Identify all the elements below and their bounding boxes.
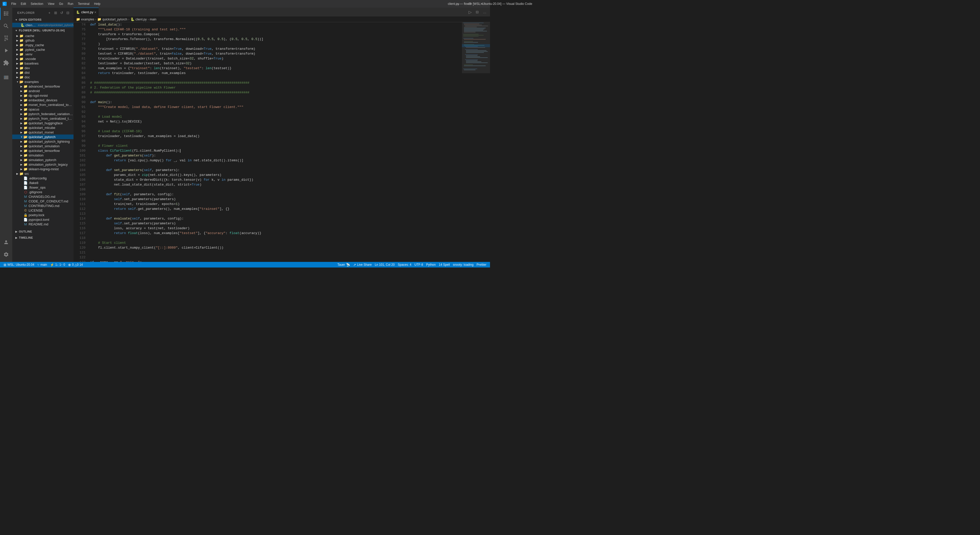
accounts-activity-icon[interactable] bbox=[0, 236, 12, 248]
folder-quickstart-mlcube[interactable]: ▶ 📁 quickstart_mlcube bbox=[12, 125, 73, 130]
status-tauer[interactable]: Tauer 📡 bbox=[336, 262, 352, 268]
file-license-icon: © bbox=[24, 208, 27, 212]
status-branch[interactable]: ⑂ main bbox=[36, 262, 48, 268]
open-editor-client-py[interactable]: 🐍 client.py examples/quickstart_pytorch bbox=[12, 23, 73, 27]
folder-src[interactable]: ▶ 📁 src bbox=[12, 171, 73, 176]
folder-simulation-pytorch-legacy[interactable]: ▶ 📁 simulation_pytorch_legacy bbox=[12, 162, 73, 167]
refresh-button[interactable]: ↺ bbox=[59, 10, 64, 15]
folder-examples[interactable]: ▾ 📂 examples bbox=[12, 80, 73, 84]
new-folder-button[interactable]: ⊞ bbox=[53, 10, 58, 15]
folder-dp-sgd[interactable]: ▶ 📁 dp-sgd-mnist bbox=[12, 93, 73, 98]
run-file-button[interactable]: ▷ bbox=[467, 9, 473, 16]
open-editors-header[interactable]: ▾ OPEN EDITORS bbox=[12, 17, 73, 23]
status-errors[interactable]: ⊕ 0 △0 14 bbox=[67, 262, 84, 268]
status-position[interactable]: Ln 101, Col 20 bbox=[373, 262, 396, 268]
open-editor-label: client.py bbox=[25, 23, 37, 27]
status-remote[interactable]: ⊞ WSL: Ubuntu-20.04 bbox=[2, 262, 36, 268]
folder-quickstart-tf[interactable]: ▶ 📁 quickstart_tensorflow bbox=[12, 148, 73, 153]
extensions-activity-icon[interactable] bbox=[0, 57, 12, 69]
folder-baselines[interactable]: ▶ 📁 baselines bbox=[12, 61, 73, 65]
status-liveshare[interactable]: ↗ Live Share bbox=[352, 262, 373, 268]
folder-sklearn[interactable]: ▶ 📁 sklearn-logreg-mnist bbox=[12, 167, 73, 171]
folder-quickstart-pytorch-lightning[interactable]: ▶ 📁 quickstart_pytorch_lightning bbox=[12, 139, 73, 144]
folder-quickstart-pytorch[interactable]: ▾ 📂 quickstart_pytorch bbox=[12, 135, 73, 139]
run-activity-icon[interactable] bbox=[0, 45, 12, 57]
collapse-all-button[interactable]: ⊟ bbox=[65, 10, 70, 15]
folder-quickstart-simulation[interactable]: ▶ 📁 quickstart_simulation bbox=[12, 144, 73, 148]
folder-simulation-pytorch[interactable]: ▶ 📁 simulation_pytorch bbox=[12, 158, 73, 162]
file-readme[interactable]: ▶ M README.md bbox=[12, 222, 73, 226]
file-code-of-conduct[interactable]: ▶ M CODE_OF_CONDUCT.md bbox=[12, 199, 73, 204]
file-contributing[interactable]: ▶ M CONTRIBUTING.md bbox=[12, 204, 73, 208]
folder-venv[interactable]: ▶ 📁 .venv bbox=[12, 52, 73, 56]
status-prettier[interactable]: Prettier bbox=[475, 262, 488, 268]
status-snooty[interactable]: snooty: loading bbox=[452, 262, 475, 268]
folder-vscode[interactable]: ▶ 📁 .vscode bbox=[12, 56, 73, 61]
folder-examples-label: examples bbox=[24, 80, 39, 84]
breadcrumb-quickstart-pytorch[interactable]: 📁 quickstart_pytorch bbox=[97, 18, 127, 21]
folder-quickstart-hf[interactable]: ▶ 📁 quickstart_huggingface bbox=[12, 121, 73, 125]
folder-quickstart-mxnet[interactable]: ▶ 📁 quickstart_mxnet bbox=[12, 130, 73, 135]
folder-dev[interactable]: ▶ 📁 dev bbox=[12, 65, 73, 70]
menu-file[interactable]: File bbox=[9, 2, 18, 6]
code-content[interactable]: def load_data(): """Load CIFAR-10 (train… bbox=[88, 22, 462, 262]
new-file-button[interactable]: + bbox=[47, 10, 52, 15]
breadcrumb-main[interactable]: main bbox=[150, 18, 156, 21]
status-sync[interactable]: ⚡ 1↓ 1↑ 0 bbox=[48, 262, 67, 268]
folder-android-label: android bbox=[29, 89, 40, 93]
split-editor-button[interactable]: ⊟ bbox=[474, 9, 480, 15]
folder-opacus[interactable]: ▶ 📁 opacus bbox=[12, 107, 73, 111]
file-changelog[interactable]: ▶ M CHANGELOG.md bbox=[12, 194, 73, 199]
folder-mxnet-centralized[interactable]: ▶ 📁 mxnet_from_centralized_to_federated bbox=[12, 102, 73, 107]
menu-selection[interactable]: Selection bbox=[29, 2, 45, 6]
folder-doc[interactable]: ▶ 📁 doc bbox=[12, 75, 73, 80]
folder-pytest-cache[interactable]: ▶ 📁 .pytest_cache bbox=[12, 47, 73, 52]
breadcrumb-sep-2: › bbox=[128, 18, 129, 21]
file-license[interactable]: ▶ © LICENSE bbox=[12, 208, 73, 213]
search-activity-icon[interactable] bbox=[0, 20, 12, 32]
status-spaces[interactable]: Spaces: 4 bbox=[396, 262, 413, 268]
file-flower-ops[interactable]: ▶ 📄 .flower_ops bbox=[12, 185, 73, 189]
folder-github[interactable]: ▶ 📁 .github bbox=[12, 38, 73, 43]
outline-header[interactable]: ▶ OUTLINE bbox=[12, 228, 73, 234]
more-actions-button[interactable]: … bbox=[481, 9, 488, 15]
tab-close-button[interactable]: × bbox=[94, 10, 97, 14]
timeline-header[interactable]: ▶ TIMELINE bbox=[12, 234, 73, 241]
status-spaces-label: Spaces: 4 bbox=[398, 263, 411, 266]
file-poetry-lock[interactable]: ▶ 🔒 poetry.lock bbox=[12, 213, 73, 217]
menu-terminal[interactable]: Terminal bbox=[76, 2, 91, 6]
explorer-activity-icon[interactable] bbox=[0, 8, 12, 20]
folder-dist[interactable]: ▶ 📁 dist bbox=[12, 70, 73, 75]
tab-client-py[interactable]: 🐍 client.py × bbox=[73, 8, 99, 16]
status-spell[interactable]: 14 Spell bbox=[437, 262, 451, 268]
menu-view[interactable]: View bbox=[46, 2, 56, 6]
folder-cache[interactable]: ▶ 📁 .cache bbox=[12, 33, 73, 38]
menu-help[interactable]: Help bbox=[92, 2, 103, 6]
settings-activity-icon[interactable] bbox=[0, 248, 12, 261]
file-pyproject[interactable]: ▶ 📄 pyproject.toml bbox=[12, 217, 73, 222]
folder-pytorch-vae[interactable]: ▶ 📁 pytorch_federated_variational_autoen… bbox=[12, 111, 73, 116]
folder-advanced-tf[interactable]: ▶ 📁 advanced_tensorflow bbox=[12, 84, 73, 89]
breadcrumb-examples[interactable]: 📁 examples bbox=[76, 18, 94, 21]
menu-run[interactable]: Run bbox=[65, 2, 75, 6]
folder-simulation[interactable]: ▶ 📁 simulation bbox=[12, 153, 73, 158]
file-editorconfig[interactable]: ▶ 📄 .editorconfig bbox=[12, 176, 73, 180]
status-encoding[interactable]: UTF-8 bbox=[413, 262, 425, 268]
folder-embedded-icon: 📁 bbox=[24, 98, 27, 102]
breadcrumb-client-py[interactable]: 🐍 client.py bbox=[130, 18, 147, 21]
folder-mypy-cache[interactable]: ▶ 📁 .mypy_cache bbox=[12, 43, 73, 47]
error-status-icon: ⊕ bbox=[68, 263, 71, 267]
file-editorconfig-label: .editorconfig bbox=[29, 177, 47, 180]
folder-android[interactable]: ▶ 📁 android bbox=[12, 89, 73, 93]
source-control-activity-icon[interactable] bbox=[0, 32, 12, 45]
folder-dev-label: dev bbox=[24, 66, 30, 70]
status-language[interactable]: Python bbox=[425, 262, 437, 268]
file-flake8[interactable]: ▶ 📄 .flake8 bbox=[12, 180, 73, 185]
folder-embedded[interactable]: ▶ 📁 embedded_devices bbox=[12, 98, 73, 102]
remote-activity-icon[interactable] bbox=[0, 71, 12, 83]
flower-section-header[interactable]: ▾ FLOWER [WSL: UBUNTU-20.04] bbox=[12, 27, 73, 33]
folder-pytorch-centralized[interactable]: ▶ 📁 pytorch_from_centralized_to_federate… bbox=[12, 116, 73, 121]
menu-go[interactable]: Go bbox=[57, 2, 65, 6]
file-gitignore[interactable]: ▶ ⬡ .gitignore bbox=[12, 189, 73, 194]
menu-edit[interactable]: Edit bbox=[19, 2, 28, 6]
